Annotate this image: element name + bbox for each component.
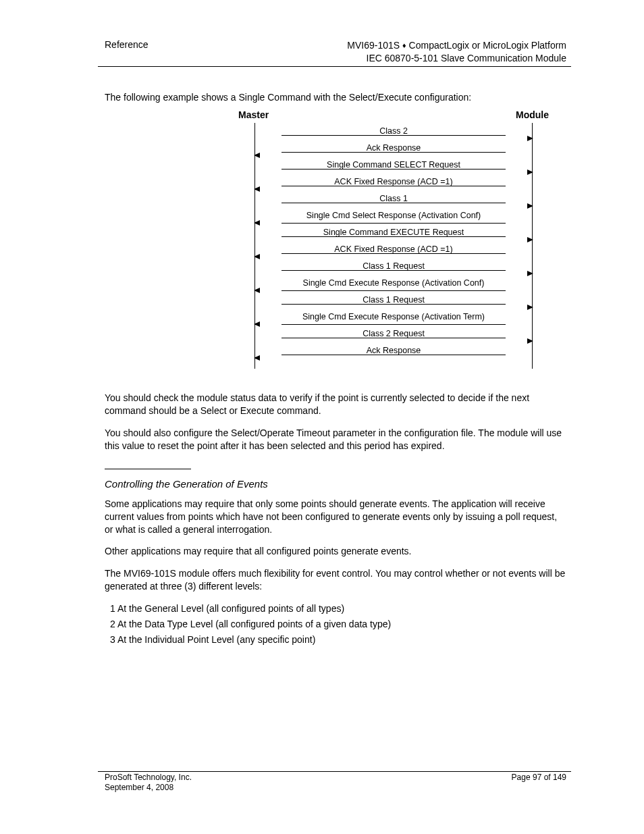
arrow-left-icon — [254, 355, 260, 361]
seq-msg-line — [281, 223, 506, 224]
seq-msg-11: Single Cmd Execute Response (Activation … — [254, 310, 533, 325]
header-product-line: MVI69-101S ♦ CompactLogix or MicroLogix … — [347, 39, 566, 52]
header-module-desc: IEC 60870-5-101 Slave Communication Modu… — [347, 52, 566, 65]
header-product-code: MVI69-101S — [347, 40, 402, 51]
arrow-left-icon — [254, 153, 260, 158]
seq-msg-label: Ack Response — [281, 144, 506, 153]
seq-msg-label: ACK Fixed Response (ACD =1) — [281, 245, 506, 255]
seq-msg-6: Single Command EXECUTE Request — [254, 226, 533, 240]
diagram-master-label: Master — [238, 109, 269, 120]
arrow-right-icon — [527, 203, 533, 209]
seq-msg-line — [281, 324, 506, 325]
seq-msg-label: Single Cmd Execute Response (Activation … — [241, 313, 546, 321]
subheading-events: Controlling the Generation of Events — [105, 477, 566, 491]
seq-msg-label: Class 2 — [281, 127, 506, 136]
seq-msg-label: Class 1 Request — [281, 262, 506, 271]
seq-msg-8: Class 1 Request — [254, 259, 533, 274]
seq-msg-line — [281, 290, 506, 291]
arrow-right-icon — [527, 305, 533, 310]
header-section-name: Reference — [105, 39, 149, 50]
seq-msg-0: Class 2 — [254, 124, 533, 139]
arrow-left-icon — [254, 220, 260, 226]
footer-company: ProSoft Technology, Inc. — [105, 773, 192, 783]
list-item-level-3: 3 At the Individual Point Level (any spe… — [122, 633, 566, 646]
seq-msg-10: Class 1 Request — [254, 293, 533, 308]
arrow-left-icon — [254, 186, 260, 192]
list-item-level-1: 1 At the General Level (all configured p… — [122, 602, 566, 615]
seq-msg-label: Single Command EXECUTE Request — [281, 228, 506, 238]
arrow-right-icon — [527, 237, 533, 242]
seq-msg-12: Class 2 Request — [254, 327, 533, 342]
arrow-right-icon — [527, 136, 533, 141]
seq-msg-2: Single Command SELECT Request — [254, 158, 533, 173]
seq-msg-label: ACK Fixed Response (ACD =1) — [281, 178, 506, 187]
diagram-intro-text: The following example shows a Single Com… — [105, 92, 556, 104]
seq-msg-13: Ack Response — [254, 344, 533, 359]
arrow-left-icon — [254, 288, 260, 293]
seq-msg-5: Single Cmd Select Response (Activation C… — [254, 209, 533, 224]
paragraph-events-1: Some applications may require that only … — [105, 498, 566, 536]
paragraph-events-2: Other applications may require that all … — [105, 545, 566, 558]
paragraph-select-operate-timeout: You should also configure the Select/Ope… — [105, 427, 566, 452]
seq-msg-7: ACK Fixed Response (ACD =1) — [254, 242, 533, 257]
seq-msg-3: ACK Fixed Response (ACD =1) — [254, 175, 533, 190]
seq-msg-label: Single Cmd Select Response (Activation C… — [241, 211, 546, 220]
paragraph-check-module-status: You should check the module status data … — [105, 392, 566, 417]
diagram-module-label: Module — [516, 109, 549, 120]
seq-msg-9: Single Cmd Execute Response (Activation … — [254, 276, 533, 291]
arrow-right-icon — [527, 170, 533, 175]
section-divider — [105, 469, 191, 469]
paragraph-events-3: The MVI69-101S module offers much flexib… — [105, 567, 566, 593]
sequence-diagram: Master Module Class 2Ack ResponseSingle … — [238, 109, 549, 380]
seq-msg-label: Class 2 Request — [281, 330, 506, 339]
header-platform: CompactLogix or MicroLogix Platform — [406, 40, 566, 51]
arrow-right-icon — [527, 338, 533, 344]
seq-msg-4: Class 1 — [254, 192, 533, 207]
header-rule — [98, 66, 571, 67]
arrow-left-icon — [254, 254, 260, 259]
seq-msg-label: Ack Response — [281, 346, 506, 356]
seq-msg-1: Ack Response — [254, 141, 533, 156]
footer-page-number: Page 97 of 149 — [512, 773, 566, 783]
arrow-right-icon — [527, 271, 533, 276]
list-item-level-2: 2 At the Data Type Level (all configured… — [122, 618, 566, 631]
seq-msg-label: Class 1 Request — [281, 296, 506, 305]
seq-msg-label: Single Command SELECT Request — [281, 161, 506, 170]
seq-msg-label: Single Cmd Execute Response (Activation … — [241, 279, 546, 288]
footer-date: September 4, 2008 — [105, 783, 192, 793]
diamond-icon: ♦ — [402, 41, 406, 51]
arrow-left-icon — [254, 321, 260, 327]
seq-msg-label: Class 1 — [281, 194, 506, 204]
